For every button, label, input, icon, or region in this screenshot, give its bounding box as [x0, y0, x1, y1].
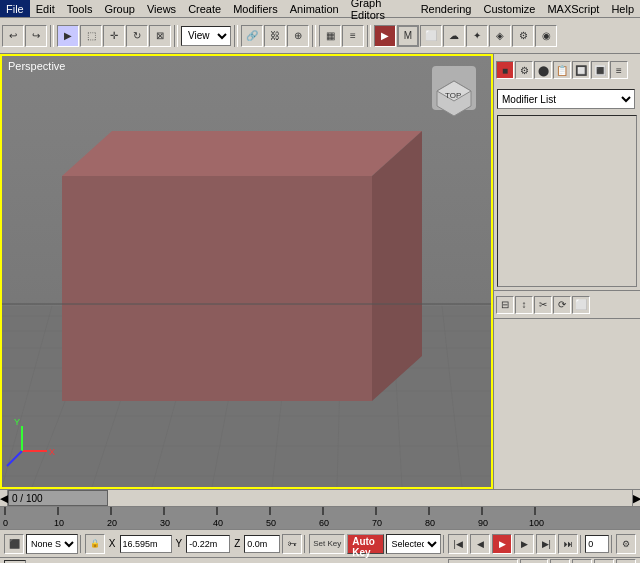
rp-btn7[interactable]: ≡ — [610, 61, 628, 79]
menu-create[interactable]: Create — [182, 0, 227, 17]
svg-text:50: 50 — [266, 518, 276, 528]
rp-btn1[interactable]: ■ — [496, 61, 514, 79]
svg-text:70: 70 — [372, 518, 382, 528]
right-top-toolbar: ■ ⚙ ⬤ 📋 🔲 🔳 ≡ — [494, 54, 640, 86]
select-region-button[interactable]: ⬚ — [80, 25, 102, 47]
effects-button[interactable]: ✦ — [466, 25, 488, 47]
auto-key-button[interactable]: Auto Key — [347, 534, 384, 554]
sound-btn[interactable]: ♪ — [550, 559, 570, 564]
bc-sep5 — [611, 535, 614, 553]
timeline-scroll-left[interactable]: ◀ — [0, 490, 8, 506]
viewport-label: Perspective — [8, 60, 65, 72]
svg-text:100: 100 — [529, 518, 544, 528]
set-key-btn[interactable]: Set Key — [309, 534, 345, 554]
timeline-bar[interactable]: 0 / 100 — [8, 490, 632, 506]
reference-dropdown[interactable]: View World Local — [181, 26, 231, 46]
link-button[interactable]: 🔗 — [241, 25, 263, 47]
rp-bottom-btn1[interactable]: ⊟ — [496, 296, 514, 314]
rp-btn5[interactable]: 🔲 — [572, 61, 590, 79]
menu-modifiers[interactable]: Modifiers — [227, 0, 284, 17]
menu-rendering[interactable]: Rendering — [415, 0, 478, 17]
main-toolbar: ↩ ↪ ▶ ⬚ ✛ ↻ ⊠ View World Local 🔗 ⛓ ⊕ ▦ ≡… — [0, 18, 640, 54]
rp-btn6[interactable]: 🔳 — [591, 61, 609, 79]
prev-frame-btn[interactable]: ◀ — [470, 534, 490, 554]
rp-bottom-btn3[interactable]: ✂ — [534, 296, 552, 314]
next-frame-btn[interactable]: ▶ — [514, 534, 534, 554]
viewport[interactable]: Perspective — [0, 54, 493, 489]
time-config-btn[interactable]: ⚙ — [616, 534, 636, 554]
trackbar[interactable]: 0 10 20 30 40 50 60 70 80 90 100 — [0, 507, 640, 529]
bind-button[interactable]: ⊕ — [287, 25, 309, 47]
menu-edit[interactable]: Edit — [30, 0, 61, 17]
tb-sep-3 — [234, 25, 238, 47]
key-mode-btn[interactable]: ⏭ — [558, 534, 578, 554]
rp-btn3[interactable]: ⬤ — [534, 61, 552, 79]
svg-text:80: 80 — [425, 518, 435, 528]
rp-bottom-btn4[interactable]: ⟳ — [553, 296, 571, 314]
tb-sep-1 — [50, 25, 54, 47]
menu-help[interactable]: Help — [605, 0, 640, 17]
render-button[interactable]: ▶ — [374, 25, 396, 47]
menu-file[interactable]: File — [0, 0, 30, 17]
material-editor-button[interactable]: M — [397, 25, 419, 47]
menu-customize[interactable]: Customize — [477, 0, 541, 17]
rp-bottom-btn2[interactable]: ↕ — [515, 296, 533, 314]
modifier-list-dropdown[interactable]: Modifier List — [497, 89, 635, 109]
timeline-scroll-right[interactable]: ▶ — [632, 490, 640, 506]
none-select[interactable]: None Se — [26, 534, 78, 554]
menu-views[interactable]: Views — [141, 0, 182, 17]
layer-button[interactable]: ▦ — [319, 25, 341, 47]
menu-group[interactable]: Group — [98, 0, 141, 17]
right-lower-panel — [494, 318, 640, 489]
svg-marker-22 — [372, 131, 422, 401]
scale-button[interactable]: ⊠ — [149, 25, 171, 47]
z-input[interactable] — [244, 535, 280, 553]
menu-maxscript[interactable]: MAXScript — [541, 0, 605, 17]
environment-button[interactable]: ☁ — [443, 25, 465, 47]
svg-marker-21 — [62, 131, 422, 176]
properties-button[interactable]: ≡ — [342, 25, 364, 47]
unlink-button[interactable]: ⛓ — [264, 25, 286, 47]
frame-display: 0 — [520, 559, 548, 564]
menu-animation[interactable]: Animation — [284, 0, 345, 17]
tb-sep-5 — [367, 25, 371, 47]
undo-button[interactable]: ↩ — [2, 25, 24, 47]
mini-curve-btn[interactable]: ∿ — [572, 559, 592, 564]
play-btn[interactable]: ▶ — [492, 534, 512, 554]
status-mode: :ex — [4, 560, 26, 564]
render-scene-button[interactable]: ⬜ — [420, 25, 442, 47]
snap-btn[interactable]: ⊡ — [616, 559, 636, 564]
menu-graph-editors[interactable]: Graph Editors — [345, 0, 415, 17]
go-start-btn[interactable]: |◀ — [448, 534, 468, 554]
frame-input[interactable] — [585, 535, 609, 553]
select-button[interactable]: ▶ — [57, 25, 79, 47]
right-bottom-toolbar: ⊟ ↕ ✂ ⟳ ⬜ — [494, 290, 640, 318]
x-input[interactable] — [120, 535, 172, 553]
rp-bottom-btn5[interactable]: ⬜ — [572, 296, 590, 314]
filter-btn2[interactable]: ⊞ — [594, 559, 614, 564]
redo-button[interactable]: ↪ — [25, 25, 47, 47]
modifier-list-container: Modifier List — [494, 86, 640, 112]
menu-tools[interactable]: Tools — [61, 0, 99, 17]
svg-text:20: 20 — [107, 518, 117, 528]
y-label: Y — [174, 538, 185, 549]
statusbar: :ex Click and drag to select and move ob… — [0, 557, 640, 563]
key-filters-btn[interactable]: Key Filters... — [448, 559, 518, 564]
tb-btn-extra1[interactable]: ◈ — [489, 25, 511, 47]
key-icon[interactable]: 🗝 — [282, 534, 302, 554]
bc-sep2 — [304, 535, 307, 553]
tb-btn-extra3[interactable]: ◉ — [535, 25, 557, 47]
rp-btn2[interactable]: ⚙ — [515, 61, 533, 79]
go-end-btn[interactable]: ▶| — [536, 534, 556, 554]
lock-btn[interactable]: 🔒 — [85, 534, 105, 554]
y-input[interactable] — [186, 535, 230, 553]
x-label: X — [107, 538, 118, 549]
main-area: Perspective — [0, 54, 640, 489]
create-key-btn[interactable]: ⬛ — [4, 534, 24, 554]
tb-btn-extra2[interactable]: ⚙ — [512, 25, 534, 47]
select-move-button[interactable]: ✛ — [103, 25, 125, 47]
rotate-button[interactable]: ↻ — [126, 25, 148, 47]
bottom-controls: ⬛ None Se 🔒 X Y Z 🗝 Set Key Auto Key Sel… — [0, 529, 640, 557]
selected-select[interactable]: Selected — [386, 534, 441, 554]
rp-btn4[interactable]: 📋 — [553, 61, 571, 79]
